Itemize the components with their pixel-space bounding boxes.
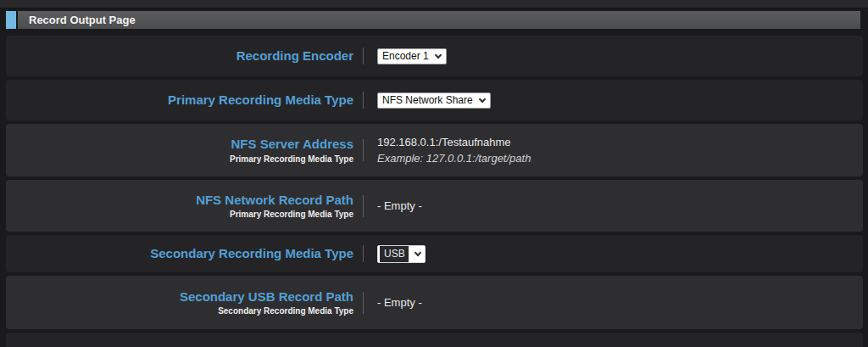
label-column: Primary Recording Media Type bbox=[6, 92, 353, 107]
secondary-media-type-label: Secondary Recording Media Type bbox=[150, 246, 353, 260]
label-column: Recording Encoder bbox=[6, 48, 353, 63]
chevron-down-icon bbox=[434, 51, 441, 58]
row-nfs-record-path: NFS Network Record Path Primary Recordin… bbox=[6, 180, 863, 232]
recording-encoder-label: Recording Encoder bbox=[236, 48, 353, 63]
chevron-down-icon bbox=[478, 95, 485, 102]
value-column: 192.168.0.1:/Testaufnahme Example: 127.0… bbox=[377, 136, 531, 165]
page-title: Record Output Page bbox=[29, 14, 136, 26]
select-value: NFS Network Share bbox=[382, 95, 473, 105]
nfs-server-address-value[interactable]: 192.168.0.1:/Testaufnahme bbox=[377, 136, 531, 149]
divider bbox=[363, 292, 364, 314]
secondary-usb-path-value[interactable]: - Empty - bbox=[377, 296, 422, 310]
value-column: NFS Network Share bbox=[377, 92, 491, 109]
label-column: NFS Server Address Primary Recording Med… bbox=[6, 137, 353, 163]
select-value: Encoder 1 bbox=[382, 51, 429, 61]
select-value: USB bbox=[380, 246, 409, 262]
label-column: Secondary Recording Media Type bbox=[6, 246, 353, 260]
nfs-server-address-sublabel: Primary Recording Media Type bbox=[230, 154, 353, 164]
row-partial-bottom bbox=[6, 333, 863, 347]
divider bbox=[363, 195, 364, 217]
secondary-usb-path-sublabel: Secondary Recording Media Type bbox=[218, 306, 353, 316]
value-column: Encoder 1 bbox=[377, 48, 447, 64]
label-column: Secondary USB Record Path Secondary Reco… bbox=[6, 289, 353, 316]
recording-encoder-select[interactable]: Encoder 1 bbox=[377, 48, 447, 64]
divider bbox=[363, 139, 364, 161]
value-column: USB bbox=[377, 245, 426, 263]
chevron-down-icon bbox=[414, 249, 420, 255]
value-column: - Empty - bbox=[377, 296, 422, 310]
secondary-usb-path-label: Secondary USB Record Path bbox=[180, 289, 353, 304]
primary-media-type-label: Primary Recording Media Type bbox=[168, 92, 353, 107]
page-header: Record Output Page bbox=[6, 11, 860, 29]
divider bbox=[363, 245, 364, 262]
row-secondary-usb-path: Secondary USB Record Path Secondary Reco… bbox=[6, 276, 863, 329]
record-output-page: Record Output Page Recording Encoder Enc… bbox=[0, 0, 868, 347]
nfs-record-path-value[interactable]: - Empty - bbox=[377, 199, 422, 213]
value-column: - Empty - bbox=[377, 199, 422, 213]
header-bar: Record Output Page bbox=[18, 11, 860, 29]
primary-media-type-select[interactable]: NFS Network Share bbox=[377, 92, 491, 109]
nfs-record-path-label: NFS Network Record Path bbox=[196, 193, 353, 207]
top-strip bbox=[0, 0, 868, 8]
secondary-media-type-select[interactable]: USB bbox=[377, 245, 426, 263]
label-column: NFS Network Record Path Primary Recordin… bbox=[6, 193, 353, 219]
row-nfs-server-address: NFS Server Address Primary Recording Med… bbox=[6, 124, 863, 176]
row-primary-media-type: Primary Recording Media Type NFS Network… bbox=[6, 80, 863, 120]
nfs-record-path-sublabel: Primary Recording Media Type bbox=[230, 210, 353, 219]
nfs-server-address-example: Example: 127.0.0.1:/target/path bbox=[377, 152, 531, 165]
divider bbox=[363, 92, 364, 109]
nfs-server-address-label: NFS Server Address bbox=[231, 137, 353, 151]
divider bbox=[363, 48, 364, 64]
row-secondary-media-type: Secondary Recording Media Type USB bbox=[6, 235, 863, 272]
row-recording-encoder: Recording Encoder Encoder 1 bbox=[6, 36, 863, 76]
header-accent-square bbox=[6, 11, 16, 29]
